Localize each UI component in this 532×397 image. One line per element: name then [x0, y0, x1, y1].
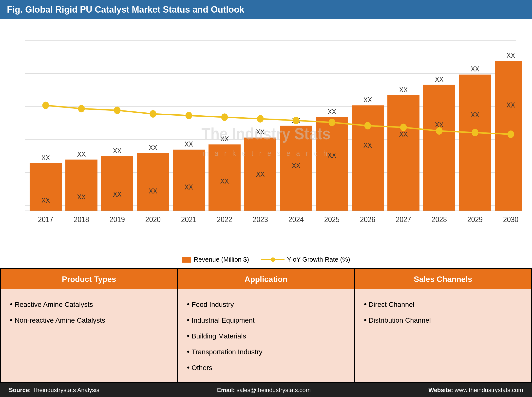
sales-channels-header: Sales Channels: [355, 269, 531, 289]
list-item: Non-reactive Amine Catalysts: [10, 312, 168, 328]
legend-growth: Y-oY Growth Rate (%): [261, 256, 350, 263]
svg-text:2029: 2029: [467, 215, 483, 224]
svg-text:2018: 2018: [74, 215, 89, 224]
bar-2027: [387, 95, 419, 211]
svg-text:XX: XX: [77, 150, 86, 158]
svg-text:2021: 2021: [181, 215, 196, 224]
dot-2027: [400, 124, 406, 131]
svg-text:XX: XX: [363, 96, 372, 104]
svg-text:XX: XX: [185, 140, 193, 148]
dot-2021: [186, 112, 192, 119]
svg-text:m a r k e t   r e s e a r c h: m a r k e t r e s e a r c h: [203, 149, 329, 158]
legend-revenue: Revenue (Million $): [182, 256, 249, 263]
svg-text:2026: 2026: [360, 215, 375, 224]
dot-2022: [222, 114, 228, 121]
svg-text:XX: XX: [149, 187, 157, 195]
dot-2023: [257, 116, 263, 122]
dot-2018: [78, 105, 84, 112]
svg-text:XX: XX: [399, 130, 408, 138]
svg-text:2019: 2019: [110, 215, 125, 224]
svg-text:XX: XX: [256, 170, 265, 178]
dot-2017: [43, 102, 49, 109]
list-item: Transportation Industry: [187, 344, 345, 359]
svg-text:2017: 2017: [38, 215, 53, 224]
svg-text:2030: 2030: [503, 215, 518, 224]
chart-section: XX XX XX XX XX XX XX XX XX XX: [0, 19, 532, 268]
svg-text:XX: XX: [220, 177, 229, 185]
dot-2020: [150, 111, 156, 117]
dot-2030: [508, 131, 514, 138]
chart-legend: Revenue (Million $) Y-oY Growth Rate (%): [10, 252, 522, 266]
svg-text:XX: XX: [507, 101, 515, 109]
svg-text:XX: XX: [435, 75, 444, 83]
svg-text:2022: 2022: [217, 215, 232, 224]
list-item: Food Industry: [187, 296, 345, 312]
dot-2028: [436, 128, 442, 134]
product-types-header: Product Types: [1, 269, 177, 289]
svg-text:XX: XX: [328, 108, 336, 116]
page-container: Fig. Global Rigid PU Catalyst Market Sta…: [0, 0, 532, 397]
bar-2028: [423, 85, 455, 211]
legend-growth-label: Y-oY Growth Rate (%): [287, 256, 350, 263]
svg-text:XX: XX: [41, 154, 50, 162]
svg-text:XX: XX: [471, 111, 479, 119]
svg-text:XX: XX: [113, 190, 122, 198]
bar-2029: [459, 75, 491, 211]
svg-text:2024: 2024: [288, 215, 304, 224]
dot-2024: [293, 117, 299, 124]
sales-channels-panel: Sales Channels Direct Channel Distributi…: [355, 269, 531, 382]
list-item: Building Materials: [187, 328, 345, 344]
bar-2020: [137, 153, 169, 211]
application-header: Application: [178, 269, 354, 289]
svg-text:2025: 2025: [324, 215, 340, 224]
svg-text:XX: XX: [185, 183, 193, 191]
application-list: Food Industry Industrial Equipment Build…: [187, 296, 345, 375]
svg-text:XX: XX: [507, 51, 515, 60]
product-types-list: Reactive Amine Catalysts Non-reactive Am…: [10, 296, 168, 328]
bar-2026: [352, 105, 384, 211]
chart-area: XX XX XX XX XX XX XX XX XX XX: [10, 27, 522, 252]
bar-2021: [173, 150, 205, 211]
dot-2029: [472, 129, 478, 136]
product-types-panel: Product Types Reactive Amine Catalysts N…: [1, 269, 177, 382]
svg-text:2023: 2023: [253, 215, 268, 224]
svg-text:XX: XX: [363, 141, 372, 149]
dot-2026: [365, 122, 371, 129]
dot-2019: [114, 107, 120, 114]
list-item: Industrial Equipment: [187, 312, 345, 328]
footer-source: Source: Theindustrystats Analysis: [9, 387, 99, 394]
list-item: Distribution Channel: [364, 312, 522, 328]
footer-website: Website: www.theindustrystats.com: [428, 387, 523, 394]
legend-bar-icon: [182, 257, 191, 263]
svg-text:XX: XX: [292, 162, 301, 170]
sales-channels-list: Direct Channel Distribution Channel: [364, 296, 522, 328]
list-item: Reactive Amine Catalysts: [10, 296, 168, 312]
svg-text:2020: 2020: [145, 215, 161, 224]
svg-text:XX: XX: [399, 86, 408, 94]
application-body: Food Industry Industrial Equipment Build…: [178, 289, 354, 382]
bar-2019: [101, 156, 133, 211]
footer-email: Email: sales@theindustrystats.com: [217, 387, 311, 394]
application-panel: Application Food Industry Industrial Equ…: [178, 269, 354, 382]
svg-text:The Industry Stats: The Industry Stats: [201, 125, 330, 143]
bar-2018: [65, 160, 97, 211]
svg-text:XX: XX: [471, 65, 479, 73]
legend-revenue-label: Revenue (Million $): [194, 256, 249, 263]
svg-text:2027: 2027: [396, 215, 411, 224]
svg-text:XX: XX: [149, 144, 157, 152]
list-item: Direct Channel: [364, 296, 522, 312]
svg-text:XX: XX: [113, 147, 122, 155]
bottom-panels: Product Types Reactive Amine Catalysts N…: [0, 268, 532, 383]
product-types-body: Reactive Amine Catalysts Non-reactive Am…: [1, 289, 177, 335]
svg-text:XX: XX: [41, 196, 50, 204]
sales-channels-body: Direct Channel Distribution Channel: [355, 289, 531, 335]
chart-title: Fig. Global Rigid PU Catalyst Market Sta…: [7, 4, 244, 15]
page-footer: Source: Theindustrystats Analysis Email:…: [0, 383, 532, 397]
chart-svg: XX XX XX XX XX XX XX XX XX XX: [10, 27, 522, 252]
svg-text:XX: XX: [77, 193, 86, 201]
svg-text:2028: 2028: [432, 215, 447, 224]
legend-line-icon: [261, 257, 285, 262]
page-header: Fig. Global Rigid PU Catalyst Market Sta…: [0, 0, 532, 19]
list-item: Others: [187, 359, 345, 375]
